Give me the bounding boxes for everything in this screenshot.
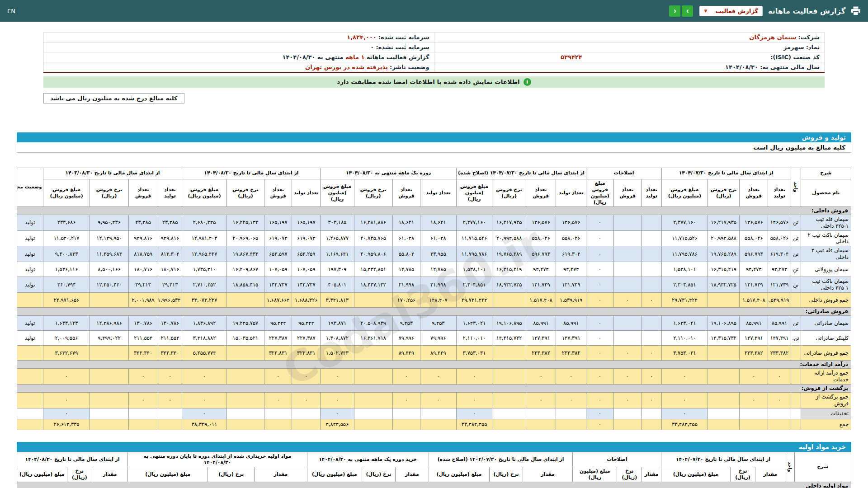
value-cell: ۲۱۱,۵۵۴ [128, 331, 158, 346]
value-cell: ۲۳۳,۳۸۲ [556, 346, 586, 361]
product-name-cell: تخفیفات [801, 408, 851, 419]
period-group-header: از ابتدای سال مالی تا تاریخ ۱۴۰۴/۰۸/۳۰ [182, 168, 321, 179]
value-cell: ۱۲,۷۸۵ [392, 262, 420, 277]
value-cell: ۸۱۸,۷۵۹ [128, 246, 158, 262]
period-group-header: دوره یک ماهه منتهی به ۱۴۰۴/۰۸/۳۰ [321, 168, 456, 179]
value-cell: ۰ [586, 277, 614, 293]
value-cell [492, 293, 526, 308]
value-cell: ۱,۵۳۶,۱۱۶ [43, 262, 90, 277]
period-group-header: از ابتدای سال مالی تا تاریخ ۱۴۰۴/۰۷/۳۰ (… [429, 452, 573, 467]
value-cell: ۲۳,۴۸۵ [158, 215, 182, 230]
value-cell: ۰ [642, 346, 661, 361]
value-cell: ۰ [586, 215, 614, 230]
info-value: سهرمز [783, 44, 804, 51]
table-row: فروش صادراتی: [17, 308, 851, 316]
value-cell [90, 293, 128, 308]
value-cell: ۲۳۳,۶۸۶ [43, 215, 90, 230]
value-cell [708, 369, 739, 385]
sub-column-header: نرخ (ریال) [490, 467, 523, 482]
unit-cell: تن [791, 215, 801, 230]
value-cell: ۱۴۶,۵۷۶ [526, 215, 556, 230]
value-cell: ۱۱,۷۹۵,۷۸۶ [456, 246, 492, 262]
value-cell: ۲۱,۹۹۸ [392, 277, 420, 293]
sub-column-header: مبلغ فروش (میلیون ریال) [456, 179, 492, 206]
value-cell: ۱۲,۷۸۵ [420, 262, 457, 277]
value-cell: ۱۴۳,۷۳۷ [292, 277, 321, 293]
nav-forward-button[interactable]: › [682, 5, 693, 17]
value-cell: ۵,۲۵۵,۷۷۴ [182, 346, 226, 361]
value-cell [642, 262, 661, 277]
value-cell: ۳,۳۴۱,۸۱۳ [321, 293, 354, 308]
value-cell: ۱۶,۲۱۷,۹۳۵ [708, 215, 739, 230]
value-cell: ۵۵۸,۰۲۶ [556, 230, 586, 246]
info-label: وضعیت ناشر: [390, 64, 429, 70]
value-cell [354, 293, 392, 308]
sub-column-header: تعداد فروش [392, 179, 420, 206]
value-cell: ۱,۹۹۶,۵۳۴ [158, 293, 182, 308]
page-title: گزارش فعالیت ماهانه [768, 7, 845, 15]
value-cell: ۲۰,۹۶۹,۰۶۵ [226, 230, 264, 246]
value-cell: ۱,۶۴۳,۰۲۱ [456, 316, 492, 331]
value-cell [526, 419, 556, 430]
product-name-cell: سیمان صادراتی [801, 316, 851, 331]
value-cell: ۲۳,۴۸۵ [128, 215, 158, 230]
report-type-dropdown[interactable]: گزارش فعالیت ▼ [699, 6, 763, 16]
language-toggle[interactable]: EN [7, 8, 15, 14]
value-cell: ۱۴۶,۵۷۶ [768, 215, 791, 230]
value-cell: ۲۲۷,۳۸۷ [292, 331, 321, 346]
value-cell: ۸۹,۴۴۹ [420, 346, 457, 361]
sub-column-header: نرخ (ریال) [362, 467, 396, 482]
value-cell: ۱۴,۳۱۵,۷۳۲ [492, 331, 526, 346]
value-cell: ۰ [43, 408, 90, 419]
sub-column-header: نرخ (ریال) [730, 467, 755, 482]
sub-column-header: مبلغ (میلیون ریال) [307, 467, 362, 482]
value-cell: ۹۴,۲۷۴ [556, 262, 586, 277]
value-cell: ۰ [556, 393, 586, 408]
value-cell: ۲۰,۷۳۵,۷۶۵ [354, 230, 392, 246]
value-cell [708, 346, 739, 361]
value-cell: ۳۳,۴۸۴,۴۵۵ [661, 419, 708, 430]
status-cell [17, 293, 43, 308]
sub-column-header: مقدار [255, 467, 307, 482]
nav-back-button[interactable]: ‹ [669, 5, 680, 17]
info-value[interactable]: سیمان هرمزگان [749, 34, 796, 41]
table-row: جمع درآمد ارائه خدمات۰۰۰۰۰۰۰۰۰۰۰۰۰۰۰۰۰۰ [17, 369, 851, 385]
sub-column-header: مبلغ (میلیون ریال) [661, 467, 730, 482]
value-cell: ۱۱,۷۹۵,۷۸۶ [661, 246, 708, 262]
value-cell: ۰ [392, 393, 420, 408]
value-cell: ۱,۵۳۸,۱۰۱ [661, 262, 708, 277]
sub-column-header: مقدار [755, 467, 785, 482]
value-cell [354, 369, 392, 385]
value-cell: ۶۵۲,۵۹۷ [264, 246, 292, 262]
table-row: درآمد ارائه خدمات: [17, 361, 851, 369]
company-info-cell: گزارش فعالیت ماهانه ۱ ماهه‏ منتهی به ۱۴۰… [44, 52, 434, 62]
period-group-header: از ابتدای سال مالی تا تاریخ ۱۴۰۴/۰۷/۳۰ [661, 452, 785, 467]
info-icon: i [524, 78, 531, 86]
company-info-cell: سرمایه ثبت شده: ۱,۸۲۴,۰۰۰ [44, 33, 434, 42]
status-cell [17, 346, 43, 361]
value-cell: ۲۲۷,۳۸۷ [264, 331, 292, 346]
value-cell: ۳,۶۴۲,۶۷۹ [43, 346, 90, 361]
value-cell: ۰ [740, 369, 768, 385]
value-cell: ۱,۵۳۹,۹۱۹ [768, 293, 791, 308]
period-group-header: از ابتدای سال مالی تا تاریخ ۱۴۰۴/۰۷/۳۰ (… [456, 168, 586, 179]
unit-cell [791, 393, 801, 408]
value-cell: ۱۴,۳۱۵,۷۳۲ [708, 331, 739, 346]
product-name-cell: سیمان پوزولانی [801, 262, 851, 277]
value-cell: ۶۱۹,۰۷۴ [292, 230, 321, 246]
value-cell: ۰ [43, 393, 90, 408]
value-cell: ۱۹,۱۰۶,۸۹۵ [708, 316, 739, 331]
unit-header: واحد [791, 168, 801, 206]
value-cell: ۱۵,۰۳۵,۵۲۱ [226, 331, 264, 346]
value-cell: ۸۵,۹۹۱ [740, 316, 768, 331]
value-cell [492, 419, 526, 430]
value-cell [158, 408, 182, 419]
value-cell: ۱,۵۳۹,۹۱۹ [556, 293, 586, 308]
value-cell [420, 408, 457, 419]
value-cell: ۰ [661, 408, 708, 419]
sub-column-header: تعداد فروش [526, 179, 556, 206]
info-label: شرکت: [798, 34, 820, 41]
value-cell: ۰ [556, 369, 586, 385]
table-row: سیمان پاکت تیپ ۲ داخلیتن۵۵۸,۰۲۶۵۵۸,۰۲۶۲۰… [17, 230, 851, 246]
period-group-header: مواد اولیه خریداری شده از ابتدای دوره تا… [128, 452, 307, 467]
